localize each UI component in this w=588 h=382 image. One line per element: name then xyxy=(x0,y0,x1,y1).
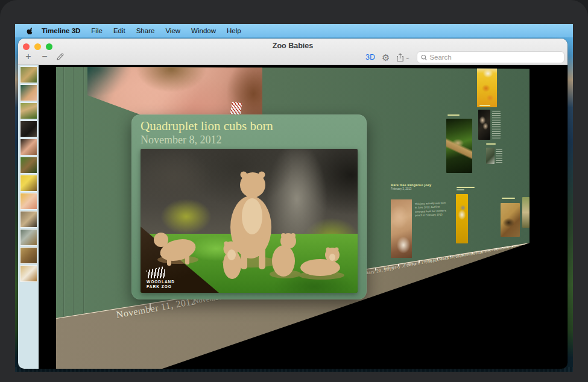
add-event-button[interactable]: + xyxy=(23,51,34,62)
timeline-3d-scene[interactable]: Rare tree kangaroo joey February 3, 2013… xyxy=(18,65,567,369)
entry-date: February 3, 2013 xyxy=(391,187,466,190)
photo-watermark xyxy=(230,102,242,115)
wall-seam-line xyxy=(63,67,64,316)
desktop: Timeline 3D FileEditShareViewWindowHelp … xyxy=(15,24,573,372)
wall-textblock xyxy=(496,149,502,164)
sidebar-thumbnails xyxy=(18,66,39,282)
slide-title: Quadruplet lion cubs born xyxy=(141,119,273,134)
wall-heading-bar xyxy=(486,143,496,145)
woodland-park-zoo-logo: WOODLAND PARK ZOO xyxy=(147,266,175,289)
entry-photo[interactable] xyxy=(391,199,412,258)
thumbnail-lion-family[interactable] xyxy=(20,66,37,83)
search-field[interactable] xyxy=(417,51,564,63)
menubar-items: FileEditShareViewWindowHelp xyxy=(91,27,241,34)
entry-title: Rare tree kangaroo joey xyxy=(391,183,466,187)
thumbnail-anteater-straw[interactable] xyxy=(20,247,37,264)
menubar-app-name[interactable]: Timeline 3D xyxy=(42,27,80,34)
app-window: Zoo Babies + − 3D ⚙ xyxy=(18,39,567,369)
wall-photo-edge[interactable] xyxy=(522,197,530,228)
thumbnail-lion-cubs[interactable] xyxy=(20,102,37,119)
thumbnail-frog-in-hand[interactable] xyxy=(20,84,37,101)
thumbnail-meerkat-group[interactable] xyxy=(20,211,37,228)
slide-sidebar[interactable] xyxy=(18,65,39,369)
window-titlebar: Zoo Babies + − 3D ⚙ xyxy=(18,39,567,65)
wall-seam-line xyxy=(83,67,84,313)
wall-heading-bar xyxy=(502,198,515,199)
slide-photo-lion-cubs[interactable]: WOODLAND PARK ZOO xyxy=(141,149,358,293)
window-title: Zoo Babies xyxy=(18,42,567,50)
view-mode-3d-button[interactable]: 3D xyxy=(365,53,375,61)
apple-menu-icon[interactable] xyxy=(26,27,33,35)
featured-slide-card[interactable]: Quadruplet lion cubs born November 8, 20… xyxy=(131,114,367,299)
menu-item-edit[interactable]: Edit xyxy=(113,27,125,34)
toolbar-right: 3D ⚙ ⌄ xyxy=(365,51,564,63)
thumbnail-meerkats-on-log[interactable] xyxy=(20,157,37,174)
zoo-logo-stripes-icon xyxy=(147,266,165,278)
settings-gear-icon[interactable]: ⚙ xyxy=(382,53,390,62)
menu-item-file[interactable]: File xyxy=(91,27,103,34)
chevron-down-icon: ⌄ xyxy=(405,54,411,60)
menu-item-window[interactable]: Window xyxy=(191,27,216,34)
wall-heading-bar xyxy=(447,114,460,116)
zoo-logo-text-2: PARK ZOO xyxy=(147,284,175,289)
thumbnail-keeper-and-bird[interactable] xyxy=(20,229,37,246)
menu-item-view[interactable]: View xyxy=(165,27,180,34)
remove-event-button[interactable]: − xyxy=(39,51,50,62)
menu-item-share[interactable]: Share xyxy=(136,27,155,34)
entry-description: This joey actually was born in June 2012… xyxy=(415,201,447,218)
thumbnail-hand-feeding[interactable] xyxy=(20,139,37,155)
share-button[interactable]: ⌄ xyxy=(396,53,410,62)
wall-textblock xyxy=(492,111,501,139)
zoo-logo-text-1: WOODLAND xyxy=(147,280,175,284)
device-frame: Timeline 3D FileEditShareViewWindowHelp … xyxy=(0,0,588,382)
slide-date: November 8, 2012 xyxy=(141,134,221,146)
edit-pencil-icon[interactable] xyxy=(55,52,65,61)
toolbar-left: + − xyxy=(23,51,65,62)
wall-photo-meerkats-dark[interactable] xyxy=(478,110,490,140)
thumbnail-piglet[interactable] xyxy=(20,193,37,210)
menubar: Timeline 3D FileEditShareViewWindowHelp xyxy=(15,24,573,37)
search-input[interactable] xyxy=(429,54,560,61)
window-content: Rare tree kangaroo joey February 3, 2013… xyxy=(18,65,567,369)
wall-photo-fox-kit[interactable] xyxy=(486,148,495,164)
thumbnail-otter-on-yellow[interactable] xyxy=(20,175,37,192)
wall-photo-piglets-yellow[interactable] xyxy=(477,65,497,107)
thumbnail-giraffe-calf[interactable] xyxy=(20,265,37,282)
wall-heading-bar xyxy=(479,105,490,106)
share-icon xyxy=(396,53,404,62)
menu-item-help[interactable]: Help xyxy=(227,27,241,34)
thumbnail-bear-cubs[interactable] xyxy=(20,121,37,137)
wall-seam-line xyxy=(73,67,74,315)
wall-photo-animals-on-log[interactable] xyxy=(446,119,472,173)
wall-photo-anteater[interactable] xyxy=(501,203,520,237)
search-icon xyxy=(421,54,427,61)
timeline-entry-tree-kangaroo[interactable]: Rare tree kangaroo joey February 3, 2013… xyxy=(391,183,466,325)
